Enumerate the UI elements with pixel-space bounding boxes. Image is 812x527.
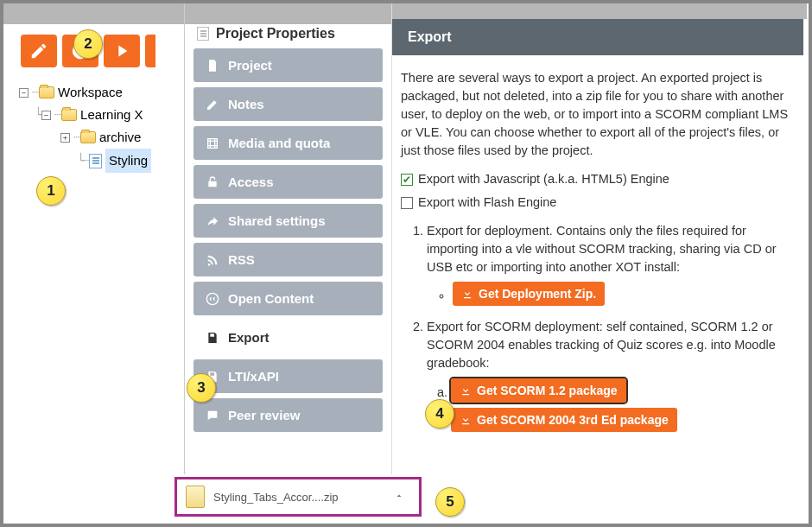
cc-icon [206,292,219,306]
expand-toggle-icon[interactable]: − [19,88,29,98]
nav-notes[interactable]: Notes [193,87,383,121]
export-content-panel: Export There are several ways to export … [392,3,807,474]
rss-icon [206,253,219,267]
nav-label: Media and quota [228,136,330,150]
tree-item-selected[interactable]: └┈ Styling [19,149,177,173]
tree-item[interactable]: + ┈ archive [19,126,177,149]
annotation-badge: 4 [425,399,454,429]
button-label: Get SCORM 2004 3rd Ed package [477,411,669,429]
export-body: There are several ways to export a proje… [392,55,807,453]
document-icon [206,59,219,73]
tree-leaf-icon [60,156,73,166]
tree-item[interactable]: └ − ┈ Learning X [19,104,177,126]
next-tool-button[interactable] [145,35,155,67]
list-item: Get SCORM 1.2 package [451,378,791,403]
checkbox-label: Export with Javascript (a.k.a. HTML5) En… [418,170,669,188]
properties-nav-list: Project Notes Media and quota Access Sha… [185,48,391,432]
nav-shared[interactable]: Shared settings [193,204,383,238]
get-deployment-zip-button[interactable]: Get Deployment Zip. [453,282,605,306]
get-scorm2004-button[interactable]: Get SCORM 2004 3rd Ed package [451,408,677,432]
expand-toggle-icon[interactable]: − [41,111,51,120]
checkbox-label: Export with Flash Engine [418,194,556,212]
nav-label: LTI/xAPI [228,369,279,384]
download-icon [461,288,473,300]
checkbox-row[interactable]: Export with Javascript (a.k.a. HTML5) En… [401,170,791,188]
option-text: Export for deployment. Contains only the… [427,224,777,274]
properties-nav-panel: Project Properties Project Notes Media a… [185,3,392,474]
export-option: Export for SCORM deployment: self contai… [427,318,791,432]
tree-label: Styling [105,149,151,173]
folder-icon [39,86,54,98]
tree-label: Workspace [58,81,123,104]
tree-root[interactable]: − ┈ Workspace [19,81,177,104]
folder-icon [80,131,96,143]
expand-toggle-icon[interactable]: + [60,133,70,143]
nav-label: Access [228,175,274,189]
chat-icon [206,409,219,422]
checkbox-icon[interactable] [401,197,413,209]
save-icon [206,331,219,345]
nav-access[interactable]: Access [193,165,383,199]
download-options-button[interactable] [388,490,410,504]
nav-open-content[interactable]: Open Content [193,282,383,315]
annotation-badge: 1 [36,176,66,206]
nav-rss[interactable]: RSS [193,243,383,276]
option-text: Export for SCORM deployment: self contai… [427,320,776,370]
download-icon [460,384,472,397]
svg-point-0 [206,293,218,304]
panel-gray-bar [185,3,391,24]
nav-label: Project [228,58,272,73]
nav-lti[interactable]: LTI/xAPI [193,359,383,393]
panel-gray-bar [3,3,184,24]
nav-label: Notes [228,97,264,111]
list-item: Get Deployment Zip. [453,282,791,306]
download-filename: Styling_Tabs_Accor....zip [213,491,379,504]
nav-label: Peer review [228,408,300,422]
nav-peer-review[interactable]: Peer review [193,398,383,432]
chevron-up-icon [394,491,404,501]
list-item: Get SCORM 2004 3rd Ed package [451,408,791,432]
export-header: Export [392,19,803,55]
folder-icon [61,109,77,121]
panel-title: Project Properties [185,24,391,48]
document-icon [197,27,209,41]
annotation-badge: 5 [435,487,465,517]
file-icon [89,154,102,168]
share-icon [206,214,219,228]
edit-button[interactable] [21,35,57,67]
button-label: Get SCORM 1.2 package [477,382,618,399]
panel-title-label: Project Properties [216,26,335,41]
nav-label: Open Content [228,291,314,306]
get-scorm12-button[interactable]: Get SCORM 1.2 package [451,378,626,403]
nav-label: Export [228,330,270,345]
nav-project[interactable]: Project [193,48,383,82]
export-options-list: Export for deployment. Contains only the… [401,222,791,432]
pencil-icon [206,98,219,111]
film-icon [206,137,219,150]
workspace-tree-panel: − ┈ Workspace └ − ┈ Learning X + ┈ archi… [3,3,185,474]
checkbox-row[interactable]: Export with Flash Engine [401,194,791,212]
button-label: Get Deployment Zip. [479,285,596,302]
browser-download-item[interactable]: Styling_Tabs_Accor....zip [174,477,422,517]
tree-label: Learning X [80,104,143,126]
zip-file-icon [186,486,205,508]
annotation-badge: 2 [73,29,103,59]
checkbox-checked-icon[interactable] [401,174,413,186]
nav-export[interactable]: Export [193,321,383,354]
unlock-icon [206,175,219,189]
nav-label: RSS [228,252,255,267]
nav-label: Shared settings [228,213,326,228]
panel-gray-bar [392,3,807,19]
nav-media[interactable]: Media and quota [193,126,383,160]
tree-label: archive [99,126,141,149]
export-intro: There are several ways to export a proje… [401,69,791,160]
export-option: Export for deployment. Contains only the… [427,222,791,306]
download-icon [460,414,472,426]
annotation-badge: 3 [187,373,216,403]
play-button[interactable] [104,35,140,67]
workspace-tree: − ┈ Workspace └ − ┈ Learning X + ┈ archi… [3,78,184,173]
